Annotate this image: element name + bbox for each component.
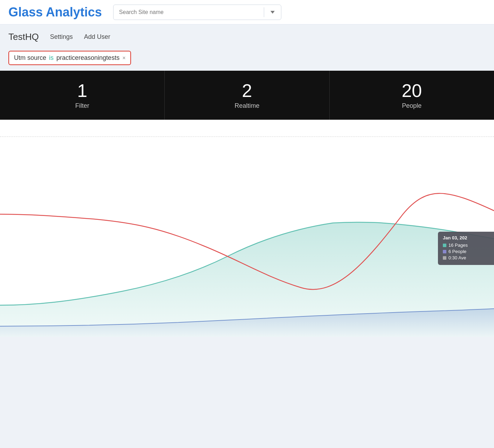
tooltip-dot-purple (443, 250, 446, 253)
stat-people: 20 People (330, 71, 494, 120)
chart-section: Jan 03, 202 16 Pages 6 People 0:30 Ave (0, 120, 494, 337)
add-user-link[interactable]: Add User (84, 33, 110, 41)
search-input[interactable] (114, 9, 264, 15)
tooltip-row-avg: 0:30 Ave (443, 255, 489, 260)
tooltip-avg-text: 0:30 Ave (448, 255, 466, 260)
chart-svg (0, 120, 494, 337)
search-dropdown-button[interactable] (264, 5, 281, 20)
settings-link[interactable]: Settings (50, 33, 73, 41)
stat-realtime-number: 2 (242, 81, 252, 101)
filter-pill[interactable]: Utm source is practicereasoningtests × (8, 51, 131, 65)
chevron-down-icon (270, 11, 275, 14)
tooltip-dot-gray (443, 256, 446, 260)
tooltip-pages-text: 16 Pages (448, 243, 468, 248)
stat-people-label: People (402, 102, 421, 110)
stats-bar: 1 Filter 2 Realtime 20 People (0, 71, 494, 120)
header: Glass Analytics (0, 0, 494, 24)
tooltip-dot-teal (443, 244, 446, 247)
tooltip-people-text: 6 People (448, 249, 466, 254)
stat-people-number: 20 (402, 81, 422, 101)
filter-close-button[interactable]: × (122, 55, 125, 61)
filter-label: Utm source (14, 54, 46, 62)
filter-section: Utm source is practicereasoningtests × (0, 47, 494, 71)
site-name: TestHQ (8, 31, 39, 42)
tooltip-row-pages: 16 Pages (443, 243, 489, 248)
logo: Glass Analytics (8, 5, 102, 20)
stat-filter: 1 Filter (0, 71, 165, 120)
chart-tooltip: Jan 03, 202 16 Pages 6 People 0:30 Ave (438, 232, 494, 265)
filter-operator: is (49, 54, 54, 62)
tooltip-date: Jan 03, 202 (443, 235, 489, 240)
stat-realtime: 2 Realtime (165, 71, 329, 120)
stat-realtime-label: Realtime (234, 102, 259, 110)
tooltip-row-people: 6 People (443, 249, 489, 254)
stat-filter-label: Filter (75, 102, 89, 110)
stat-filter-number: 1 (77, 81, 87, 101)
search-bar[interactable] (113, 5, 281, 20)
sub-header: TestHQ Settings Add User (0, 24, 494, 47)
filter-value: practicereasoningtests (56, 54, 119, 62)
